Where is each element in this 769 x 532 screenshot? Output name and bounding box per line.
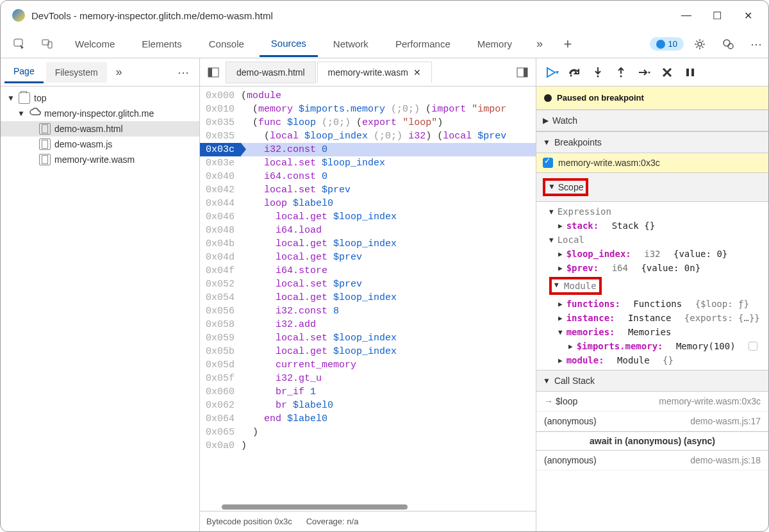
gutter-address[interactable]: 0x05b xyxy=(200,345,241,358)
gutter-address[interactable]: 0x040 xyxy=(200,170,241,183)
code-line[interactable]: 0x04f i64.store xyxy=(200,264,536,278)
navigator-tab-filesystem[interactable]: Filesystem xyxy=(46,62,107,83)
scope-module-obj[interactable]: module: Module {} xyxy=(543,353,762,367)
tab-console[interactable]: Console xyxy=(197,32,256,56)
inspect-icon[interactable] xyxy=(7,32,31,56)
scope-var-loop-index[interactable]: $loop_index: i32 {value: 0} xyxy=(543,247,762,261)
device-icon[interactable] xyxy=(35,32,60,56)
breakpoints-header[interactable]: ▼Breakpoints xyxy=(536,131,768,153)
gutter-address[interactable]: 0x054 xyxy=(200,291,241,304)
scope-imports-memory[interactable]: $imports.memory: Memory(100) xyxy=(543,339,762,353)
callstack-frame-1[interactable]: (anonymous) demo-wasm.js:17 xyxy=(536,411,768,431)
gutter-address[interactable]: 0x035 xyxy=(200,129,241,143)
code-line[interactable]: 0x0a0) xyxy=(200,439,536,453)
gutter-address[interactable]: 0x0a0 xyxy=(200,439,241,453)
tree-top[interactable]: ▼ top xyxy=(1,90,199,106)
deactivate-breakpoints-button[interactable] xyxy=(658,63,676,81)
editor-tab-0[interactable]: demo-wasm.html xyxy=(226,62,316,83)
code-line[interactable]: 0x052 local.set $prev xyxy=(200,278,536,291)
gutter-address[interactable]: 0x04f xyxy=(200,264,241,278)
code-line[interactable]: 0x048 i64.load xyxy=(200,224,536,237)
scope-functions[interactable]: functions: Functions {$loop: ƒ} xyxy=(543,297,762,311)
scope-local[interactable]: Local xyxy=(543,233,762,247)
scope-memories[interactable]: memories: Memories xyxy=(543,325,762,339)
tree-file-2[interactable]: memory-write.wasm xyxy=(1,152,199,167)
memory-inspect-icon[interactable] xyxy=(748,342,757,351)
code-line[interactable]: 0x000(module xyxy=(200,89,536,103)
new-tab-icon[interactable]: + xyxy=(556,32,580,56)
code-line[interactable]: 0x035 (local $loop_index (;0;) i32) (loc… xyxy=(200,129,536,143)
step-out-button[interactable] xyxy=(612,63,630,81)
tree-file-1[interactable]: demo-wasm.js xyxy=(1,137,199,152)
code-line[interactable]: 0x064 end $label0 xyxy=(200,412,536,426)
horizontal-scrollbar[interactable] xyxy=(200,503,536,511)
watch-header[interactable]: ▶Watch xyxy=(536,110,768,131)
gutter-address[interactable]: 0x048 xyxy=(200,224,241,237)
scope-instance[interactable]: instance: Instance {exports: {…}} xyxy=(543,311,762,325)
tab-sources[interactable]: Sources xyxy=(260,31,318,57)
navigator-tab-page[interactable]: Page xyxy=(4,61,44,83)
code-line[interactable]: 0x05f i32.gt_u xyxy=(200,372,536,385)
gutter-address[interactable]: 0x056 xyxy=(200,304,241,318)
editor-tab-1[interactable]: memory-write.wasm ✕ xyxy=(317,62,432,83)
step-into-button[interactable] xyxy=(589,63,607,81)
toggle-navigator-icon[interactable] xyxy=(203,62,224,83)
scope-header[interactable]: ▼ Scope xyxy=(536,172,768,202)
code-line[interactable]: 0x05d current_memory xyxy=(200,358,536,372)
maximize-button[interactable]: ☐ xyxy=(702,4,732,26)
gutter-address[interactable]: 0x03e xyxy=(200,156,241,170)
code-line[interactable]: 0x040 i64.const 0 xyxy=(200,170,536,183)
code-line[interactable]: 0x060 br_if 1 xyxy=(200,385,536,399)
gutter-address[interactable]: 0x060 xyxy=(200,385,241,399)
callstack-header[interactable]: ▼Call Stack xyxy=(536,370,768,392)
gutter-address[interactable]: 0x044 xyxy=(200,197,241,210)
toggle-debugger-icon[interactable] xyxy=(511,62,533,83)
code-line[interactable]: 0x046 local.get $loop_index xyxy=(200,210,536,224)
navigator-more-icon[interactable]: » xyxy=(110,65,129,79)
scope-var-prev[interactable]: $prev: i64 {value: 0n} xyxy=(543,261,762,275)
scope-module[interactable]: Module xyxy=(543,275,762,297)
settings-icon[interactable] xyxy=(688,32,712,56)
tab-welcome[interactable]: Welcome xyxy=(63,32,126,56)
callstack-frame-0[interactable]: →$loop memory-write.wasm:0x3c xyxy=(536,392,768,411)
code-line[interactable]: 0x059 local.set $loop_index xyxy=(200,331,536,345)
tree-domain[interactable]: ▼ memory-inspector.glitch.me xyxy=(1,106,199,121)
gutter-address[interactable]: 0x062 xyxy=(200,399,241,412)
tab-performance[interactable]: Performance xyxy=(384,32,462,56)
gutter-address[interactable]: 0x04b xyxy=(200,237,241,251)
gutter-address[interactable]: 0x059 xyxy=(200,331,241,345)
issues-chip[interactable]: 10 xyxy=(650,37,684,51)
kebab-icon[interactable]: ⋯ xyxy=(744,32,768,56)
tab-network[interactable]: Network xyxy=(322,32,380,56)
tree-file-0[interactable]: demo-wasm.html xyxy=(1,121,199,137)
close-tab-icon[interactable]: ✕ xyxy=(413,67,421,78)
code-line[interactable]: 0x065 ) xyxy=(200,426,536,439)
code-line[interactable]: 0x035 (func $loop (;0;) (export "loop") xyxy=(200,116,536,129)
tab-elements[interactable]: Elements xyxy=(130,32,194,56)
gutter-address[interactable]: 0x035 xyxy=(200,116,241,129)
code-line[interactable]: 0x05b local.get $loop_index xyxy=(200,345,536,358)
gutter-address[interactable]: 0x04d xyxy=(200,251,241,264)
resume-button[interactable]: ▾ xyxy=(543,63,561,81)
code-line[interactable]: 0x042 local.set $prev xyxy=(200,183,536,197)
close-button[interactable]: ✕ xyxy=(732,4,763,26)
code-line[interactable]: 0x010 (memory $imports.memory (;0;) (imp… xyxy=(200,103,536,116)
code-line[interactable]: 0x054 local.get $loop_index xyxy=(200,291,536,304)
minimize-button[interactable]: — xyxy=(671,4,702,26)
gutter-address[interactable]: 0x058 xyxy=(200,318,241,331)
scope-stack[interactable]: stack: Stack {} xyxy=(543,219,762,233)
gutter-address[interactable]: 0x042 xyxy=(200,183,241,197)
gutter-address[interactable]: 0x03c xyxy=(200,143,241,156)
code-line[interactable]: 0x058 i32.add xyxy=(200,318,536,331)
feedback-icon[interactable] xyxy=(716,32,740,56)
code-line[interactable]: 0x03e local.set $loop_index xyxy=(200,156,536,170)
scope-expression[interactable]: Expression xyxy=(543,204,762,219)
more-tabs-icon[interactable]: » xyxy=(527,32,552,56)
gutter-address[interactable]: 0x046 xyxy=(200,210,241,224)
navigator-kebab-icon[interactable]: ⋯ xyxy=(171,65,195,79)
step-over-button[interactable] xyxy=(566,63,584,81)
tab-memory[interactable]: Memory xyxy=(466,32,524,56)
code-line[interactable]: 0x056 i32.const 8 xyxy=(200,304,536,318)
step-button[interactable] xyxy=(635,63,653,81)
code-line[interactable]: 0x04d local.get $prev xyxy=(200,251,536,264)
